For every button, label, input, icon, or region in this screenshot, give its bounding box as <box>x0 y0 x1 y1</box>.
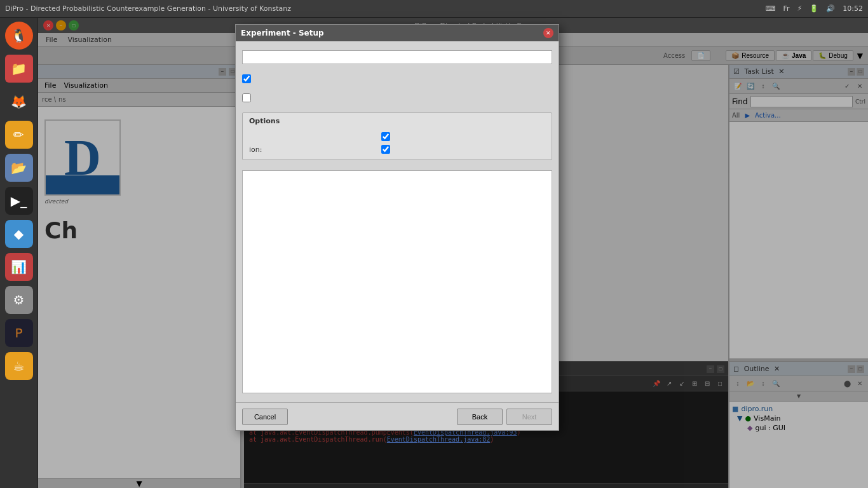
back-button[interactable]: Back <box>457 409 503 425</box>
dock-terminal-icon[interactable]: ▶_ <box>5 187 33 215</box>
checkbox-1[interactable] <box>242 74 251 83</box>
top-text-input[interactable] <box>242 50 552 64</box>
form-row-cb2 <box>242 91 552 105</box>
option-checkbox-1[interactable] <box>381 132 390 141</box>
volume-icon: 🔊 <box>826 4 835 13</box>
bluetooth-icon: ⚡ <box>797 4 803 13</box>
app-title: DiPro - Directed Probabilistic Counterex… <box>5 4 291 13</box>
form-row-cb1 <box>242 72 552 86</box>
option-row-2: ion: <box>249 143 545 156</box>
modal-buttons: Cancel Back Next <box>236 402 559 430</box>
option-row-1 <box>249 130 545 143</box>
dock-present-icon[interactable]: 📊 <box>5 253 33 281</box>
option-2-label: ion: <box>249 146 376 154</box>
dock-files-icon[interactable]: 📁 <box>5 55 33 83</box>
modal-canvas-area <box>242 170 552 393</box>
system-titlebar: DiPro - Directed Probabilistic Counterex… <box>0 0 868 18</box>
options-title: Options <box>249 117 545 125</box>
dock-edit-icon[interactable]: ✏️ <box>5 121 33 149</box>
titlebar-left: DiPro - Directed Probabilistic Counterex… <box>5 4 291 13</box>
keyboard-icon: ⌨ <box>766 4 776 13</box>
fr-indicator: Fr <box>783 4 790 13</box>
dock-folder-icon[interactable]: 📂 <box>5 154 33 182</box>
next-button[interactable]: Next <box>506 409 552 425</box>
dock-pycharm-icon[interactable]: P <box>5 319 33 347</box>
checkbox-2[interactable] <box>242 93 251 102</box>
options-section: Options ion: <box>242 112 552 160</box>
dock-settings-icon[interactable]: ⚙ <box>5 286 33 314</box>
modal-titlebar: Experiment - Setup ✕ <box>236 25 559 41</box>
left-dock: 🐧 📁 🦊 ✏️ 📂 ▶_ ◆ 📊 ⚙ P ☕ <box>0 18 38 488</box>
form-row-input <box>242 48 552 67</box>
cancel-button[interactable]: Cancel <box>242 409 288 425</box>
option-checkbox-2[interactable] <box>381 145 390 154</box>
dock-firefox-icon[interactable]: 🦊 <box>5 88 33 116</box>
dock-cube-icon[interactable]: ◆ <box>5 220 33 248</box>
titlebar-right: ⌨ Fr ⚡ 🔋 🔊 10:52 <box>766 4 863 13</box>
modal-overlay: Experiment - Setup ✕ Options <box>38 18 868 488</box>
modal-close-btn[interactable]: ✕ <box>543 28 553 38</box>
clock: 10:52 <box>843 4 863 13</box>
modal-title: Experiment - Setup <box>241 29 324 37</box>
modal-content: Options ion: <box>236 41 559 402</box>
experiment-setup-dialog: Experiment - Setup ✕ Options <box>235 24 559 431</box>
battery-icon: 🔋 <box>810 4 818 13</box>
dock-java-icon[interactable]: ☕ <box>5 352 33 380</box>
dock-ubuntu-icon[interactable]: 🐧 <box>5 22 33 50</box>
